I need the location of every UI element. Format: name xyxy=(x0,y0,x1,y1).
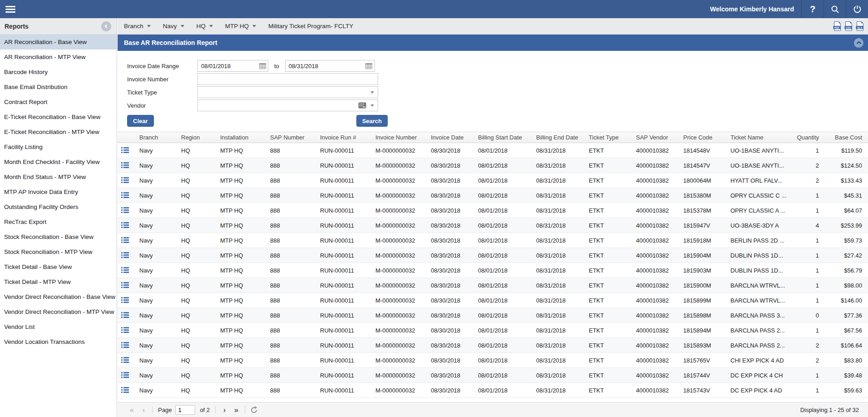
row-menu-icon[interactable] xyxy=(121,237,129,243)
dropdown-trigger[interactable] xyxy=(367,87,378,98)
search-button[interactable] xyxy=(824,0,846,18)
column-header[interactable]: Price Code xyxy=(679,132,726,143)
row-menu-icon[interactable] xyxy=(121,312,129,318)
vendor-list-trigger[interactable]: 9+ xyxy=(358,100,367,111)
sidebar-item[interactable]: Vendor Direct Reconciliation - MTP View xyxy=(0,304,117,319)
row-menu-icon[interactable] xyxy=(121,342,129,348)
xls-export-icon[interactable]: XLS xyxy=(856,21,864,31)
invoice-date-from-input[interactable] xyxy=(198,60,257,71)
column-header[interactable]: Ticket Name xyxy=(726,132,787,143)
table-row[interactable]: NavyHQMTP HQ888RUN-000011M-000000003208/… xyxy=(118,203,868,218)
sidebar-item[interactable]: AR Reconciliation - MTP View xyxy=(0,50,117,65)
next-page-button[interactable]: › xyxy=(218,406,230,414)
column-header[interactable]: Ticket Type xyxy=(584,132,631,143)
row-menu-icon[interactable] xyxy=(121,297,129,303)
last-page-button[interactable]: » xyxy=(230,406,242,414)
row-menu-icon[interactable] xyxy=(121,357,129,363)
row-menu-icon[interactable] xyxy=(121,282,129,288)
table-row[interactable]: NavyHQMTP HQ888RUN-000011M-000000003208/… xyxy=(118,278,868,293)
invoice-number-input[interactable] xyxy=(198,74,378,84)
row-menu-icon[interactable] xyxy=(121,267,129,273)
table-row[interactable]: NavyHQMTP HQ888RUN-000011M-000000003208/… xyxy=(118,218,868,233)
ticket-type-select[interactable] xyxy=(197,86,378,98)
row-menu-icon[interactable] xyxy=(121,387,129,393)
table-row[interactable]: NavyHQMTP HQ888RUN-000011M-000000003208/… xyxy=(118,188,868,203)
csv-export-icon[interactable]: CSV xyxy=(844,21,853,31)
sidebar-item[interactable]: Outstanding Facility Orders xyxy=(0,199,117,214)
clear-button[interactable]: Clear xyxy=(127,115,154,127)
sidebar-item[interactable]: Facility Listing xyxy=(0,139,117,154)
sidebar-item[interactable]: Barcode History xyxy=(0,65,117,79)
row-menu-icon[interactable] xyxy=(121,147,129,153)
refresh-button[interactable] xyxy=(248,406,260,414)
sidebar-item[interactable]: Month End Checklist - Facility View xyxy=(0,154,117,169)
search-button-form[interactable]: Search xyxy=(356,115,388,127)
row-menu-icon[interactable] xyxy=(121,222,129,228)
column-header[interactable]: Branch xyxy=(135,132,177,143)
sidebar-item[interactable]: Vendor List xyxy=(0,319,117,334)
sidebar-item[interactable]: Vendor Location Transactions xyxy=(0,334,117,349)
column-header[interactable]: Installation xyxy=(216,132,266,143)
breadcrumb-item[interactable]: Navy xyxy=(163,23,184,30)
table-row[interactable]: NavyHQMTP HQ888RUN-000011M-000000003208/… xyxy=(118,233,868,248)
invoice-date-to-input[interactable] xyxy=(286,60,364,71)
sidebar-item[interactable]: RecTrac Export xyxy=(0,214,117,229)
help-button[interactable]: ? xyxy=(802,0,824,18)
row-menu-icon[interactable] xyxy=(121,372,129,378)
breadcrumb-item[interactable]: MTP HQ xyxy=(225,23,256,30)
sidebar-item[interactable]: E-Ticket Reconciliation - MTP View xyxy=(0,124,117,139)
row-menu-icon[interactable] xyxy=(121,177,129,183)
table-row[interactable]: NavyHQMTP HQ888RUN-000011M-000000003208/… xyxy=(118,308,868,323)
table-row[interactable]: NavyHQMTP HQ888RUN-000011M-000000003208/… xyxy=(118,338,868,353)
calendar-trigger[interactable] xyxy=(364,60,375,71)
table-row[interactable]: NavyHQMTP HQ888RUN-000011M-000000003208/… xyxy=(118,248,868,263)
sidebar-item[interactable]: Month End Status - MTP View xyxy=(0,169,117,184)
row-menu-icon[interactable] xyxy=(121,162,129,168)
page-number-input[interactable] xyxy=(175,405,195,415)
table-row[interactable]: NavyHQMTP HQ888RUN-000011M-000000003208/… xyxy=(118,323,868,338)
row-menu-icon[interactable] xyxy=(121,207,129,213)
column-header[interactable]: Base Cost xyxy=(825,132,868,143)
calendar-trigger[interactable] xyxy=(257,60,268,71)
logout-button[interactable] xyxy=(846,0,868,18)
table-row[interactable]: NavyHQMTP HQ888RUN-000011M-000000003208/… xyxy=(118,383,868,398)
sidebar-item[interactable]: MTP AP Invoice Data Entry xyxy=(0,184,117,199)
column-header[interactable]: Invoice Run # xyxy=(316,132,371,143)
sidebar-item[interactable]: Contract Report xyxy=(0,94,117,109)
dropdown-trigger[interactable] xyxy=(367,100,378,111)
sidebar-item[interactable]: Ticket Detail - Base View xyxy=(0,259,117,274)
sidebar-item[interactable]: Vendor Direct Reconciliation - Base View xyxy=(0,289,117,304)
table-row[interactable]: NavyHQMTP HQ888RUN-000011M-000000003208/… xyxy=(118,263,868,278)
breadcrumb-item[interactable]: HQ xyxy=(197,23,213,30)
prev-page-button[interactable]: ‹ xyxy=(138,406,149,414)
column-header[interactable]: SAP Vendor xyxy=(631,132,679,143)
panel-collapse-button[interactable] xyxy=(854,38,863,48)
sidebar-item[interactable]: E-Ticket Reconciliation - Base View xyxy=(0,109,117,124)
row-menu-icon[interactable] xyxy=(121,327,129,333)
table-row[interactable]: NavyHQMTP HQ888RUN-000011M-000000003208/… xyxy=(118,158,868,173)
column-header[interactable]: Invoice Number xyxy=(371,132,426,143)
sidebar-collapse-button[interactable] xyxy=(101,21,111,31)
pdf-export-icon[interactable]: PDF xyxy=(833,21,842,31)
hamburger-menu-icon[interactable] xyxy=(5,5,15,14)
column-header[interactable]: SAP Number xyxy=(266,132,316,143)
table-row[interactable]: NavyHQMTP HQ888RUN-000011M-000000003208/… xyxy=(118,368,868,383)
sidebar-item[interactable]: AR Reconciliation - Base View xyxy=(0,35,117,50)
vendor-select[interactable]: 9+ xyxy=(197,99,378,111)
table-row[interactable]: NavyHQMTP HQ888RUN-000011M-000000003208/… xyxy=(118,173,868,188)
sidebar-item[interactable]: Ticket Detail - MTP View xyxy=(0,274,117,289)
table-row[interactable]: NavyHQMTP HQ888RUN-000011M-000000003208/… xyxy=(118,143,868,158)
row-menu-icon[interactable] xyxy=(121,192,129,198)
column-header[interactable]: Invoice Date xyxy=(426,132,473,143)
column-header[interactable]: Billing Start Date xyxy=(473,132,532,143)
first-page-button[interactable]: « xyxy=(126,406,138,414)
sidebar-item[interactable]: Base Email Distribution xyxy=(0,79,117,94)
breadcrumb-item[interactable]: Branch xyxy=(124,23,151,30)
sidebar-item[interactable]: Stock Reconciliation - MTP View xyxy=(0,244,117,259)
table-row[interactable]: NavyHQMTP HQ888RUN-000011M-000000003208/… xyxy=(118,293,868,308)
column-header[interactable]: Quantity xyxy=(787,132,825,143)
column-header[interactable]: Region xyxy=(177,132,216,143)
row-menu-icon[interactable] xyxy=(121,252,129,258)
sidebar-item[interactable]: Stock Reconciliation - Base View xyxy=(0,229,117,244)
column-header[interactable]: Billing End Date xyxy=(532,132,584,143)
